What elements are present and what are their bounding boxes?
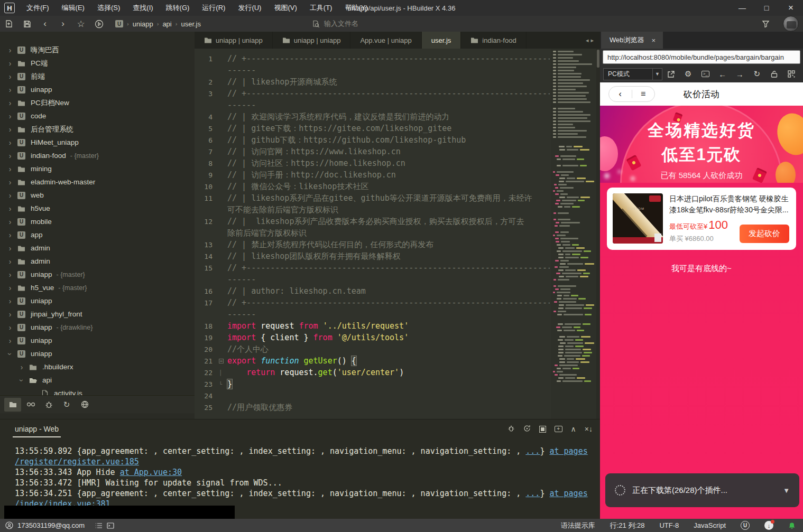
tree-chevron-icon[interactable]: ›	[6, 191, 14, 200]
tree-chevron-icon[interactable]: ›	[6, 297, 14, 305]
tree-item[interactable]: ›eladmin-web-master	[0, 175, 195, 189]
tree-item[interactable]: ›admin	[0, 255, 195, 268]
tree-item[interactable]: ›UHiMeet_uniapp	[0, 136, 195, 149]
editor-scrollbar[interactable]	[596, 49, 600, 419]
tree-item[interactable]: ›Uweb	[0, 189, 195, 202]
page-back-icon[interactable]: ‹	[609, 89, 632, 99]
tree-item[interactable]: ›Uuniapp- {drawkline}	[0, 321, 195, 334]
tree-item[interactable]: ›admin	[0, 241, 195, 255]
download-badge-icon[interactable]: ↓	[764, 521, 773, 530]
tree-item[interactable]: ›Uuniapp- {master}	[0, 268, 195, 281]
tree-chevron-icon[interactable]: ›	[6, 138, 14, 147]
tree-chevron-icon[interactable]: ›	[6, 125, 14, 134]
log-link[interactable]: /register/register.vue:185	[15, 457, 139, 466]
restart-icon[interactable]	[523, 425, 531, 434]
toast-collapse-icon[interactable]: ▼	[783, 487, 790, 494]
editor-tab[interactable]: uniapp | uniapp	[273, 32, 351, 49]
qr-code-icon[interactable]	[783, 70, 800, 78]
tree-item[interactable]: ›Uuniapp	[0, 334, 195, 347]
run-button[interactable]	[90, 17, 108, 31]
browser-tab-close-icon[interactable]: ×	[652, 36, 656, 44]
tree-chevron-icon[interactable]: ›	[6, 112, 14, 120]
forward-button[interactable]: ›	[54, 17, 72, 31]
menu-item[interactable]: 选择(S)	[91, 0, 126, 16]
menu-item[interactable]: 发行(U)	[232, 0, 267, 16]
tree-item[interactable]: ›Uuniapp	[0, 347, 195, 360]
tree-item[interactable]: ›U嗨淘巴西	[0, 43, 195, 57]
tree-item[interactable]: ›PC归档New	[0, 96, 195, 109]
tree-item[interactable]: ›U前端	[0, 70, 195, 83]
account-email[interactable]: 1735031199@qq.com	[17, 521, 85, 529]
tree-item[interactable]: ›.hbuilderx	[0, 360, 195, 374]
menu-item[interactable]: 查找(I)	[126, 0, 159, 16]
collapse-icon[interactable]: ∧	[571, 425, 576, 433]
tree-chevron-icon[interactable]: ›	[6, 231, 14, 239]
tree-item[interactable]: ›Ucode	[0, 109, 195, 123]
refresh-icon[interactable]: ↻	[749, 69, 766, 79]
tree-item[interactable]: ›mining	[0, 162, 195, 175]
log-link[interactable]: at App.vue:30	[120, 468, 182, 477]
tree-item[interactable]: ›后台管理系统	[0, 123, 195, 136]
web-panel-icon[interactable]	[76, 398, 93, 412]
new-console-icon[interactable]: +	[555, 426, 562, 432]
menu-item[interactable]: 文件(F)	[20, 0, 56, 16]
tree-item[interactable]: ›h5vue	[0, 202, 195, 215]
save-button[interactable]	[18, 17, 36, 31]
search-panel-icon[interactable]	[22, 398, 39, 412]
tree-item[interactable]: ›Uuniapp	[0, 294, 195, 307]
tree-item[interactable]: ›Uapp	[0, 228, 195, 241]
tree-item[interactable]: ›Umobile	[0, 215, 195, 228]
nav-forward-icon[interactable]: →	[731, 70, 749, 79]
browser-tab[interactable]: Web浏览器 ×	[601, 32, 663, 49]
tree-chevron-icon[interactable]: ›	[6, 310, 14, 319]
start-bargain-button[interactable]: 发起砍价	[740, 225, 789, 243]
code-area[interactable]: 1// +-----------------------------------…	[195, 49, 550, 419]
task-list-icon[interactable]	[95, 522, 103, 529]
tree-chevron-icon[interactable]: ›	[6, 99, 14, 107]
settings-gear-icon[interactable]: ⚙	[680, 69, 697, 79]
devtools-console-icon[interactable]: >_	[697, 71, 714, 77]
editor-tab[interactable]: uniapp | uniapp	[195, 32, 273, 49]
menu-item[interactable]: 工具(T)	[303, 0, 339, 16]
tree-chevron-icon[interactable]: ›	[6, 72, 14, 81]
product-card[interactable]: CUSTOM 日本进口pilot百乐贵客钢笔 硬橡胶生漆18k金笔fkv-88s…	[607, 188, 796, 250]
tree-chevron-icon[interactable]: ›	[18, 363, 25, 371]
editor-tab[interactable]: indian-food	[461, 32, 526, 49]
uni-icon[interactable]: U	[741, 521, 750, 530]
lock-icon[interactable]	[765, 70, 783, 78]
back-button[interactable]: ‹	[36, 17, 54, 31]
notification-bell-icon[interactable]	[788, 522, 796, 529]
tree-item[interactable]: ›PC端	[0, 57, 195, 70]
menu-item[interactable]: 视图(V)	[267, 0, 303, 16]
log-link[interactable]: at pages	[549, 489, 587, 498]
debug-icon[interactable]	[507, 425, 515, 434]
favorite-icon[interactable]: ☆	[72, 17, 90, 31]
open-external-icon[interactable]	[662, 70, 680, 78]
tree-chevron-icon[interactable]: ›	[6, 86, 14, 94]
tree-chevron-icon[interactable]: ›	[6, 46, 14, 54]
tree-chevron-icon[interactable]: ›	[6, 244, 14, 253]
tree-chevron-icon[interactable]: ›	[6, 257, 14, 266]
tab-scroll-arrows[interactable]: ◂▸	[586, 37, 600, 44]
file-search-input[interactable]: 输入文件名	[312, 19, 358, 29]
user-avatar[interactable]	[783, 16, 799, 32]
tree-chevron-icon[interactable]: ›	[6, 178, 14, 186]
tree-chevron-icon[interactable]: ›	[6, 284, 14, 292]
sync-panel-icon[interactable]: ↻	[58, 398, 75, 412]
tree-chevron-icon[interactable]: ›	[6, 270, 14, 279]
breadcrumb-item[interactable]: api	[162, 20, 171, 28]
breadcrumb-item[interactable]: user.js	[181, 20, 201, 28]
minimize-button[interactable]: —	[730, 0, 754, 16]
tree-chevron-icon[interactable]: ›	[17, 377, 26, 384]
stop-icon[interactable]	[539, 426, 546, 433]
tree-item[interactable]: ›Uuinapp	[0, 83, 195, 96]
new-file-button[interactable]	[0, 17, 18, 31]
console-tab[interactable]: uniapp - Web	[13, 421, 61, 437]
nav-back-icon[interactable]: ←	[714, 70, 732, 79]
cursor-position[interactable]: 行:21 列:28	[610, 521, 645, 530]
log-link[interactable]: ...	[525, 489, 540, 498]
minimap[interactable]	[551, 49, 596, 419]
tree-chevron-icon[interactable]: ›	[6, 323, 14, 332]
page-menu-icon[interactable]: ≡	[632, 89, 655, 99]
encoding-label[interactable]: UTF-8	[659, 521, 679, 529]
